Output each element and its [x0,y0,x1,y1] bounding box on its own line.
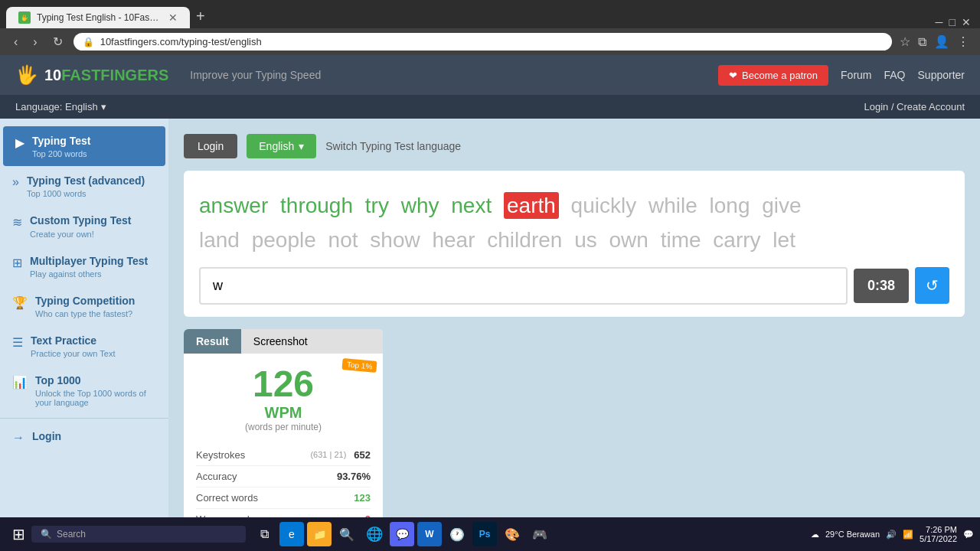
word-time: time [661,228,701,252]
search-icon: 🔍 [41,529,52,540]
date-display: 5/17/2022 [920,534,957,543]
sidebar-item-typing-test[interactable]: ▶ Typing Test Top 200 words [3,126,165,166]
language-selector[interactable]: Language: English ▾ [15,101,106,112]
forum-link[interactable]: Forum [841,69,871,81]
search-taskbar-icon[interactable]: 🔍 [335,522,359,546]
word-try: try [365,194,389,217]
time-display: 7:26 PM [920,525,957,534]
sidebar-item-custom-title: Custom Typing Test [30,214,131,227]
sidebar-item-advanced-text: Typing Test (advanced) Top 1000 words [27,174,145,198]
network-icon: 📶 [903,530,913,540]
login-create-link[interactable]: Login / Create Account [864,101,965,112]
weather-temp: 29°C Berawan [825,530,880,539]
supporter-link[interactable]: Supporter [918,69,965,81]
sidebar-item-login[interactable]: → Login [0,422,168,452]
ps-icon[interactable]: Ps [472,522,497,546]
accuracy-label: Accuracy [196,471,237,482]
english-button[interactable]: English ▾ [247,134,316,158]
wpm-unit-row: WPM [196,404,371,422]
icon-9[interactable]: 🎮 [528,522,552,546]
advanced-icon: » [12,175,19,189]
keystrokes-label: Keystrokes [196,449,245,461]
word-show: show [370,228,420,252]
faq-link[interactable]: FAQ [884,69,906,81]
sidebar-item-competition-sub: Who can type the fastest? [35,309,135,318]
word-icon[interactable]: W [417,522,442,546]
sidebar-item-text-practice[interactable]: ☰ Text Practice Practice your own Text [0,326,168,366]
chevron-down-icon: ▾ [101,101,106,112]
maximize-btn[interactable]: □ [949,16,956,28]
task-view-icon[interactable]: ⧉ [252,522,276,546]
sidebar-item-multiplayer-title: Multiplayer Typing Test [30,254,148,268]
minimize-btn[interactable]: ─ [936,16,943,28]
typing-input[interactable] [199,267,848,305]
keystrokes-value: 652 [354,449,371,461]
stat-row-correct: Correct words 123 [196,487,371,509]
address-bar-row: ‹ › ↻ 🔒 ☆ ⧉ 👤 ⋮ [0,28,980,55]
chrome-icon[interactable]: 🌐 [362,522,387,546]
clock-icon[interactable]: 🕐 [445,522,469,546]
menu-icon[interactable]: ⋮ [956,33,971,51]
start-button[interactable]: ⊞ [6,522,31,546]
sidebar-item-custom-text: Custom Typing Test Create your own! [30,214,131,238]
notification-icon[interactable]: 💬 [963,530,974,540]
result-tabs: Result Screenshot [184,329,383,354]
profile-icon[interactable]: 👤 [933,33,951,51]
sidebar-item-typing-test-text: Typing Test Top 200 words [32,134,90,158]
wpm-unit: WPM [265,404,302,422]
word-earth: earth [504,192,559,219]
result-tab-screenshot[interactable]: Screenshot [241,329,320,354]
sidebar-item-top1000[interactable]: 📊 Top 1000 Unlock the Top 1000 words of … [0,366,168,415]
reset-button[interactable]: ↺ [915,267,949,304]
sidebar-divider [0,418,168,419]
tab-close-btn[interactable]: ✕ [168,11,178,24]
website: 🖐 10FASTFINGERS Improve your Typing Spee… [0,55,980,119]
clock-display: 7:26 PM 5/17/2022 [920,525,957,543]
browser-chrome: 🖐 Typing Test English - 10FastFinge... ✕… [0,0,980,55]
main-content: ▶ Typing Test Top 200 words » Typing Tes… [0,119,980,551]
icon-8[interactable]: 🎨 [500,522,524,546]
sidebar-item-multiplayer[interactable]: ⊞ Multiplayer Typing Test Play against o… [0,246,168,286]
sidebar-item-text-practice-text: Text Practice Practice your own Text [31,334,115,358]
edge-icon[interactable]: e [279,522,304,546]
active-tab[interactable]: 🖐 Typing Test English - 10FastFinge... ✕ [6,7,190,28]
sidebar-item-advanced[interactable]: » Typing Test (advanced) Top 1000 words [0,166,168,206]
text-icon: ☰ [12,335,23,350]
sidebar-item-custom-sub: Create your own! [30,230,131,239]
sidebar-item-competition-title: Typing Competition [35,294,135,308]
back-button[interactable]: ‹ [9,34,22,51]
sidebar-item-custom[interactable]: ≋ Custom Typing Test Create your own! [0,206,168,246]
word-hear: hear [432,228,475,252]
word-quickly: quickly [571,194,637,217]
word-why: why [401,194,439,217]
close-window-btn[interactable]: ✕ [962,16,971,28]
sidebar-item-competition[interactable]: 🏆 Typing Competition Who can type the fa… [0,286,168,326]
forward-button[interactable]: › [28,34,41,51]
correct-label: Correct words [196,492,258,504]
address-bar[interactable]: 🔒 [74,33,892,51]
tab-favicon: 🖐 [18,11,31,24]
sidebar-item-advanced-title: Typing Test (advanced) [27,174,145,187]
logo-prefix: 10 [44,67,61,83]
taskbar-search[interactable]: 🔍 Search [31,526,246,543]
new-tab-button[interactable]: + [190,5,211,28]
patron-button[interactable]: ❤ Become a patron [718,65,828,86]
accuracy-value: 93.76% [337,471,371,482]
refresh-button[interactable]: ↻ [48,33,67,51]
explorer-icon[interactable]: 📁 [307,522,332,546]
wpm-display: 126 [196,366,371,403]
logo-text: 10FASTFINGERS [44,67,168,84]
url-input[interactable] [100,36,883,47]
sidebar-item-text-practice-sub: Practice your own Text [31,349,115,358]
toolbar-icons: ☆ ⧉ 👤 ⋮ [898,33,971,51]
extensions-icon[interactable]: ⧉ [916,34,928,51]
result-tab-result[interactable]: Result [184,329,241,354]
patron-label: Become a patron [742,70,818,81]
top-buttons: Login English ▾ Switch Typing Test langu… [184,134,965,158]
word-not: not [328,228,358,252]
sidebar-item-login-title: Login [32,429,61,443]
bookmark-star-icon[interactable]: ☆ [898,33,912,51]
login-button[interactable]: Login [184,134,237,158]
discord-icon[interactable]: 💬 [390,522,414,546]
stat-row-accuracy: Accuracy 93.76% [196,466,371,487]
